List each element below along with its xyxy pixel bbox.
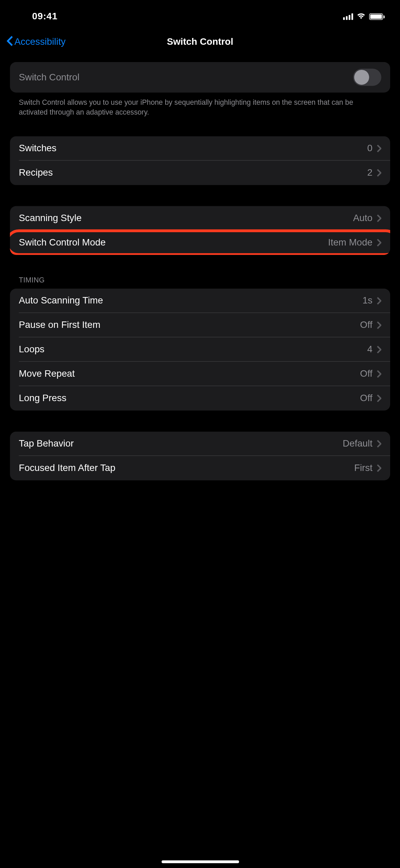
chevron-left-icon (7, 35, 14, 49)
row-value: 1s (362, 295, 372, 307)
row-value: Item Mode (328, 237, 372, 248)
scanning-style-row[interactable]: Scanning Style Auto (10, 206, 390, 231)
row-label: Tap Behavior (19, 438, 343, 449)
row-label: Focused Item After Tap (19, 462, 354, 474)
row-label: Switch Control Mode (19, 237, 328, 248)
row-value: Off (360, 320, 373, 331)
row-value: 2 (367, 167, 372, 178)
status-bar: 09:41 (0, 0, 400, 30)
move-repeat-row[interactable]: Move Repeat Off (10, 362, 390, 386)
back-button[interactable]: Accessibility (7, 35, 66, 49)
row-value: First (354, 462, 373, 474)
timing-header: TIMING (10, 276, 390, 289)
row-value: Auto (353, 213, 373, 224)
chevron-right-icon (377, 144, 381, 152)
chevron-right-icon (377, 370, 381, 378)
chevron-right-icon (377, 214, 381, 222)
auto-scanning-time-row[interactable]: Auto Scanning Time 1s (10, 289, 390, 313)
toggle-label: Switch Control (19, 72, 353, 83)
row-label: Scanning Style (19, 213, 353, 224)
switches-group: Switches 0 Recipes 2 (10, 136, 390, 185)
focused-item-after-tap-row[interactable]: Focused Item After Tap First (10, 456, 390, 480)
loops-row[interactable]: Loops 4 (10, 337, 390, 362)
long-press-row[interactable]: Long Press Off (10, 386, 390, 411)
chevron-right-icon (377, 394, 381, 402)
scanning-group: Scanning Style Auto Switch Control Mode … (10, 206, 390, 255)
row-label: Recipes (19, 167, 367, 178)
home-indicator[interactable] (161, 861, 239, 863)
row-value: Default (343, 438, 373, 449)
recipes-row[interactable]: Recipes 2 (10, 161, 390, 185)
chevron-right-icon (377, 297, 381, 305)
row-label: Loops (19, 344, 367, 355)
status-icons (343, 12, 385, 21)
status-time: 09:41 (20, 11, 58, 22)
nav-header: Accessibility Switch Control (0, 30, 400, 58)
switch-control-toggle-row[interactable]: Switch Control (10, 62, 390, 93)
wifi-icon (356, 12, 366, 21)
chevron-right-icon (377, 440, 381, 448)
row-label: Switches (19, 143, 367, 154)
timing-group: Auto Scanning Time 1s Pause on First Ite… (10, 289, 390, 410)
switch-control-description: Switch Control allows you to use your iP… (10, 93, 390, 117)
row-value: Off (360, 368, 373, 379)
chevron-right-icon (377, 346, 381, 353)
row-value: 4 (367, 344, 372, 355)
switches-row[interactable]: Switches 0 (10, 136, 390, 161)
back-label: Accessibility (14, 37, 65, 48)
row-label: Move Repeat (19, 368, 360, 379)
cellular-signal-icon (343, 13, 353, 20)
switch-control-toggle[interactable] (353, 69, 381, 86)
row-label: Long Press (19, 393, 360, 404)
tap-group: Tap Behavior Default Focused Item After … (10, 432, 390, 480)
chevron-right-icon (377, 239, 381, 246)
row-value: Off (360, 393, 373, 404)
page-title: Switch Control (167, 37, 233, 48)
chevron-right-icon (377, 169, 381, 177)
tap-behavior-row[interactable]: Tap Behavior Default (10, 432, 390, 456)
switch-control-mode-row[interactable]: Switch Control Mode Item Mode (10, 231, 390, 255)
chevron-right-icon (377, 321, 381, 329)
toggle-thumb (354, 70, 369, 85)
row-value: 0 (367, 143, 372, 154)
chevron-right-icon (377, 464, 381, 472)
row-label: Auto Scanning Time (19, 295, 363, 307)
pause-first-item-row[interactable]: Pause on First Item Off (10, 313, 390, 337)
switch-control-toggle-group: Switch Control (10, 62, 390, 93)
battery-icon (369, 13, 385, 20)
row-label: Pause on First Item (19, 320, 360, 331)
